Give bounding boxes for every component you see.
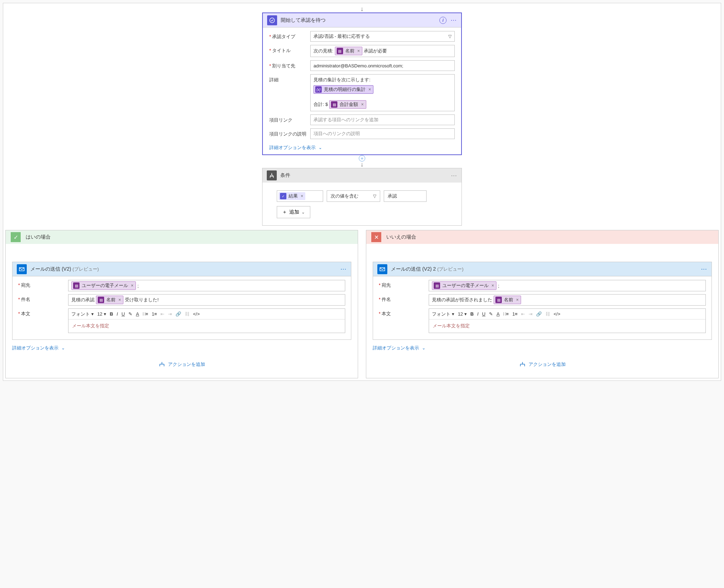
code-icon[interactable]: </> xyxy=(193,311,200,317)
add-action-icon xyxy=(159,361,165,368)
color-icon[interactable]: A xyxy=(136,311,139,317)
remove-token-icon[interactable]: × xyxy=(118,297,121,302)
svg-point-0 xyxy=(270,18,275,23)
detail-input[interactable]: 見積の集計を次に示します: {x}見積の明細行の集計× 合計: $ ▤合計金額× xyxy=(310,74,455,111)
add-condition-button[interactable]: ＋ 追加 ⌄ xyxy=(277,206,310,218)
add-action-icon xyxy=(519,361,526,368)
assign-label: 割り当て先 xyxy=(269,60,310,69)
link-icon[interactable]: 🔗 xyxy=(175,311,181,317)
link-label: 項目リンク xyxy=(269,114,310,123)
show-advanced-options[interactable]: 詳細オプションを表示⌄ xyxy=(373,345,425,351)
email-menu-icon[interactable]: ··· xyxy=(701,266,707,272)
yes-email-header[interactable]: メールの送信 (V2) (プレビュー) ··· xyxy=(12,262,351,276)
color-icon[interactable]: A xyxy=(496,311,500,317)
title-suffix: 承認が必要 xyxy=(364,48,387,54)
italic-icon[interactable]: I xyxy=(117,311,118,317)
condition-card: 条件 ··· ✓結果× 次の値を含む ▽ 承認 ＋ 追加 ⌄ xyxy=(262,168,462,226)
indent-icon[interactable]: ⇥ xyxy=(168,311,172,317)
body-placeholder[interactable]: メール本文を指定 xyxy=(429,319,705,333)
approval-type-select[interactable]: 承認/否認 - 最初に応答する ▽ xyxy=(310,31,455,42)
token-user-email[interactable]: ▤ユーザーの電子メール× xyxy=(71,281,136,290)
approval-menu-icon[interactable]: ··· xyxy=(451,17,457,23)
highlight-icon[interactable]: ✎ xyxy=(489,311,493,317)
body-placeholder[interactable]: メール本文を指定 xyxy=(68,319,345,333)
token-name[interactable]: ▤名前× xyxy=(335,47,362,55)
condition-left-input[interactable]: ✓結果× xyxy=(277,190,323,202)
token-fx-summary[interactable]: {x}見積の明細行の集計× xyxy=(313,85,373,94)
font-select[interactable]: フォント ▾ xyxy=(432,311,454,317)
approval-header[interactable]: 開始して承認を待つ i ··· xyxy=(263,13,461,27)
subject-input[interactable]: 見積の承認 ▤名前× 受け取りました! xyxy=(68,294,345,306)
body-editor[interactable]: フォント ▾ 12 ▾ B I U ✎ A ∷≡ 1≡ ⇤ xyxy=(68,308,345,333)
database-icon: ▤ xyxy=(98,297,104,303)
number-list-icon[interactable]: 1≡ xyxy=(512,311,517,317)
chevron-down-icon: ⌄ xyxy=(422,346,425,351)
chevron-down-icon: ⌄ xyxy=(301,210,305,215)
outdent-icon[interactable]: ⇤ xyxy=(160,311,164,317)
subject-input[interactable]: 見積の承認が拒否されました ▤名前× xyxy=(429,294,706,306)
rte-toolbar: フォント ▾ 12 ▾ B I U ✎ A ∷≡ 1≡ ⇤ xyxy=(429,309,705,319)
bold-icon[interactable]: B xyxy=(470,311,474,317)
remove-token-icon[interactable]: × xyxy=(368,87,371,92)
underline-icon[interactable]: U xyxy=(122,311,125,317)
type-value: 承認/否認 - 最初に応答する xyxy=(313,33,370,40)
number-list-icon[interactable]: 1≡ xyxy=(152,311,157,317)
condition-menu-icon[interactable]: ··· xyxy=(451,173,457,178)
unlink-icon[interactable]: ⛓ xyxy=(545,311,550,317)
info-icon[interactable]: i xyxy=(439,17,447,24)
remove-token-icon[interactable]: × xyxy=(516,297,519,302)
token-name[interactable]: ▤名前× xyxy=(494,296,521,304)
to-input[interactable]: ▤ユーザーの電子メール× ; xyxy=(68,280,345,291)
link-input[interactable]: 承認する項目へのリンクを追加 xyxy=(310,114,455,125)
body-editor[interactable]: フォント ▾ 12 ▾ B I U ✎ A ∷≡ 1≡ ⇤ xyxy=(429,308,706,333)
unlink-icon[interactable]: ⛓ xyxy=(185,311,189,317)
close-icon: ✕ xyxy=(371,232,381,242)
highlight-icon[interactable]: ✎ xyxy=(128,311,132,317)
approval-title: 開始して承認を待つ xyxy=(281,17,326,24)
approval-card: 開始して承認を待つ i ··· 承認タイプ 承認/否認 - 最初に応答する ▽ … xyxy=(262,12,462,155)
size-select[interactable]: 12 ▾ xyxy=(97,311,106,317)
token-result[interactable]: ✓結果× xyxy=(279,192,305,200)
to-input[interactable]: ▤ユーザーの電子メール× ; xyxy=(429,280,706,291)
to-label: 宛先 xyxy=(18,280,68,291)
remove-token-icon[interactable]: × xyxy=(301,194,303,199)
yes-email-card: メールの送信 (V2) (プレビュー) ··· 宛先 ▤ユーザーの電子メール× … xyxy=(12,262,351,340)
link-icon[interactable]: 🔗 xyxy=(536,311,542,317)
plus-icon: ＋ xyxy=(282,209,287,215)
assign-input[interactable]: administrator@BASDemo.onmicrosoft.com; xyxy=(310,60,455,71)
remove-token-icon[interactable]: × xyxy=(361,102,363,107)
bullet-list-icon[interactable]: ∷≡ xyxy=(143,311,148,317)
italic-icon[interactable]: I xyxy=(477,311,479,317)
size-select[interactable]: 12 ▾ xyxy=(458,311,467,317)
database-icon: ▤ xyxy=(337,48,343,54)
condition-header[interactable]: 条件 ··· xyxy=(262,168,462,183)
bullet-list-icon[interactable]: ∷≡ xyxy=(503,311,509,317)
show-advanced-options[interactable]: 詳細オプションを表示 ⌄ xyxy=(269,144,322,151)
add-action-button[interactable]: アクションを追加 xyxy=(519,361,566,368)
token-total[interactable]: ▤合計金額× xyxy=(329,100,366,109)
condition-value-input[interactable]: 承認 xyxy=(384,190,427,202)
yes-header: ✓ はいの場合 xyxy=(6,230,358,244)
email-menu-icon[interactable]: ··· xyxy=(341,266,347,272)
code-icon[interactable]: </> xyxy=(554,311,560,317)
font-select[interactable]: フォント ▾ xyxy=(71,311,94,317)
remove-token-icon[interactable]: × xyxy=(357,48,360,53)
subject-label: 件名 xyxy=(379,294,429,306)
outdent-icon[interactable]: ⇤ xyxy=(521,311,525,317)
underline-icon[interactable]: U xyxy=(482,311,485,317)
show-advanced-options[interactable]: 詳細オプションを表示⌄ xyxy=(12,345,65,351)
remove-token-icon[interactable]: × xyxy=(131,283,133,288)
detail-label: 詳細 xyxy=(269,74,310,83)
linkdesc-label: 項目リンクの説明 xyxy=(269,128,310,137)
add-action-button[interactable]: アクションを追加 xyxy=(159,361,205,368)
remove-token-icon[interactable]: × xyxy=(491,283,494,288)
no-email-header[interactable]: メールの送信 (V2) 2 (プレビュー) ··· xyxy=(373,262,712,276)
linkdesc-input[interactable]: 項目へのリンクの説明 xyxy=(310,128,455,139)
token-user-email[interactable]: ▤ユーザーの電子メール× xyxy=(432,281,496,290)
bold-icon[interactable]: B xyxy=(110,311,113,317)
token-name[interactable]: ▤名前× xyxy=(96,296,123,304)
arrow-icon: ↓ xyxy=(361,161,364,168)
title-input[interactable]: 次の見積: ▤名前× 承認が必要 xyxy=(310,45,455,57)
condition-operator-select[interactable]: 次の値を含む ▽ xyxy=(327,190,380,202)
indent-icon[interactable]: ⇥ xyxy=(529,311,532,317)
